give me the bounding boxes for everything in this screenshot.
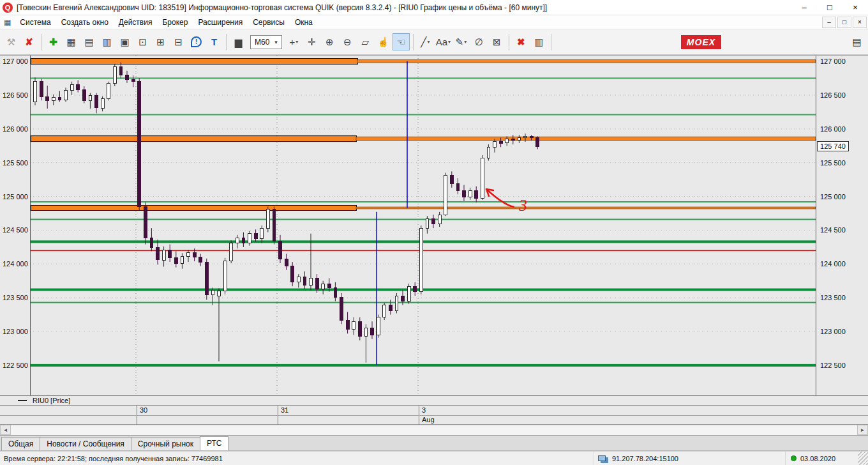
last-price-tag: 125 740: [817, 141, 849, 151]
mdi-close-button[interactable]: ×: [853, 17, 867, 28]
price-volume-chart[interactable]: 3: [31, 56, 816, 395]
price-axis-left[interactable]: 127 000126 500126 000125 500125 000124 5…: [0, 56, 31, 395]
current-date: 03.08.2020: [800, 455, 835, 462]
resize-grip: [858, 452, 868, 465]
chart-type-icon[interactable]: ▆: [230, 33, 247, 50]
toolbar-separator: [509, 34, 509, 50]
menu-bar: ▦ Система Создать окно Действия Брокер Р…: [0, 15, 868, 29]
copy-table-icon[interactable]: ⊟: [170, 33, 187, 50]
tab-rts[interactable]: РТС: [200, 436, 228, 450]
search-table-icon[interactable]: ⊡: [134, 33, 151, 50]
hide-shapes-icon[interactable]: ∅: [470, 33, 488, 50]
price-tick-label: 127 000: [3, 57, 28, 65]
menu-services[interactable]: Сервисы: [248, 17, 290, 28]
toolbar-separator: [226, 34, 227, 50]
minimize-button[interactable]: –: [791, 0, 817, 15]
line-tool-icon[interactable]: ╱ ▾: [417, 33, 434, 50]
toolbar-separator: [41, 34, 41, 50]
quotes-table-icon[interactable]: ▥: [98, 33, 116, 50]
tab-derivatives-market[interactable]: Срочный рынок: [131, 437, 200, 450]
interval-select[interactable]: M60 ▾: [250, 35, 282, 49]
zoom-in-icon[interactable]: ⊕: [321, 33, 338, 50]
monitor-icon[interactable]: ▣: [116, 33, 133, 50]
date-label: 3: [422, 406, 426, 414]
new-chart-icon[interactable]: ▦: [63, 33, 80, 50]
plot-area: 3: [31, 56, 816, 395]
svg-text:3: 3: [518, 196, 527, 215]
candle-window-icon[interactable]: ▤: [80, 33, 98, 50]
menu-actions[interactable]: Действия: [114, 17, 158, 28]
delete-shapes-icon[interactable]: ✖: [513, 33, 530, 50]
chevron-down-icon: ▾: [448, 39, 451, 45]
pan-hand-icon[interactable]: ☜: [393, 33, 410, 50]
chevron-down-icon: ▾: [296, 39, 298, 45]
menu-extensions[interactable]: Расширения: [193, 17, 248, 28]
month-label: Aug: [422, 416, 435, 423]
interval-value: M60: [255, 38, 269, 47]
ruler-icon[interactable]: ▱: [357, 33, 374, 50]
window-controls: – □ ×: [791, 0, 868, 15]
quik-application: Q [Товескин Евгений Александрович UID: 1…: [0, 0, 868, 465]
text-note-icon[interactable]: Т: [206, 33, 223, 50]
chart-legend: RIU0 [Price]: [0, 395, 868, 406]
crosshair-icon[interactable]: + ▾: [285, 33, 303, 50]
session-tick: [137, 406, 137, 425]
menu-create-window[interactable]: Создать окно: [56, 17, 114, 28]
alert-glyph: !: [191, 36, 202, 47]
tab-news-messages[interactable]: Новости / Сообщения: [40, 437, 131, 450]
menu-windows[interactable]: Окна: [290, 17, 318, 28]
eraser-icon[interactable]: ⊠: [488, 33, 505, 50]
chart-scroll-left-button[interactable]: ◄: [0, 425, 11, 435]
cancel-orders-icon[interactable]: ✘: [20, 33, 38, 50]
alert-message-icon[interactable]: !: [188, 33, 205, 50]
date-axis[interactable]: 30313Aug: [0, 406, 868, 425]
export-table-icon[interactable]: ▥: [530, 33, 548, 50]
price-tick-label: 125 000: [3, 193, 28, 201]
quik-app-icon: Q: [3, 3, 13, 13]
legend-label: RIU0 [Price]: [33, 397, 70, 404]
price-tick-label: 123 000: [3, 328, 28, 335]
close-button[interactable]: ×: [842, 0, 868, 15]
price-axis-right[interactable]: 125 740 127 000126 500126 000125 500125 …: [816, 56, 868, 395]
legend-line-icon: [18, 400, 27, 401]
title-bar: Q [Товескин Евгений Александрович UID: 1…: [0, 0, 868, 15]
chevron-down-icon: ▾: [427, 39, 430, 45]
move-chart-icon[interactable]: ✛: [303, 33, 320, 50]
price-tick-label: 123 000: [820, 328, 846, 335]
tab-obshchaya[interactable]: Общая: [1, 437, 40, 450]
price-tick-label: 124 000: [820, 260, 846, 268]
date-label: 31: [281, 406, 288, 414]
server-address: 91.207.78.204:15100: [612, 455, 678, 462]
draw-tool-icon[interactable]: ✎ ▾: [453, 33, 470, 50]
mdi-window-controls: – □ ×: [822, 17, 868, 28]
connection-status-icon: [791, 455, 797, 461]
print-icon[interactable]: ▤: [848, 33, 865, 50]
price-tick-label: 123 500: [3, 294, 28, 301]
network-icon: [598, 455, 606, 461]
mdi-restore-button[interactable]: □: [837, 17, 851, 28]
chart-scroll-right-button[interactable]: ►: [857, 425, 868, 435]
edit-table-icon[interactable]: ⊞: [152, 33, 169, 50]
restore-button[interactable]: □: [817, 0, 842, 15]
text-style-icon[interactable]: Aa ▾: [435, 33, 452, 50]
mdi-minimize-button[interactable]: –: [822, 17, 836, 28]
chart-scrollbar-row: ◄ ►: [0, 425, 868, 435]
session-tick: [278, 406, 278, 425]
status-bar: Время сервера: 22:21:58; последняя получ…: [0, 451, 868, 465]
crosshair-glyph: +: [289, 36, 295, 47]
price-tick-label: 127 000: [820, 57, 846, 65]
moex-logo: МОЕХ: [681, 35, 721, 49]
menu-broker[interactable]: Брокер: [157, 17, 193, 28]
new-window-icon[interactable]: ✚: [45, 33, 62, 50]
toolbar-separator: [413, 34, 414, 50]
system-menu-icon[interactable]: ▦: [4, 18, 11, 27]
chevron-down-icon: ▾: [274, 39, 278, 45]
chart-horizontal-scrollbar[interactable]: [11, 425, 857, 435]
menu-sistema[interactable]: Система: [15, 17, 56, 28]
pointer-hand-icon[interactable]: ☝: [375, 33, 392, 50]
price-tick-label: 124 500: [820, 226, 846, 234]
server-time-status: Время сервера: 22:21:58; последняя получ…: [0, 455, 594, 462]
zoom-out-icon[interactable]: ⊖: [339, 33, 356, 50]
tools-icon[interactable]: ⚒: [3, 33, 20, 50]
price-tick-label: 126 000: [820, 125, 846, 133]
